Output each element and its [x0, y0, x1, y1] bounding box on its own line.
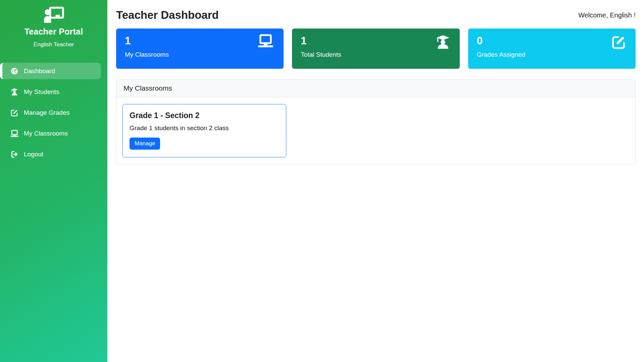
app-subtitle: English Teacher: [0, 41, 107, 48]
stat-card-total-students: 1 Total Students: [292, 29, 459, 69]
sidebar-item-label: Logout: [24, 151, 43, 158]
app-title: Teacher Portal: [0, 27, 107, 37]
user-graduate-icon: [435, 34, 451, 51]
sidebar-item-my-students[interactable]: My Students: [0, 84, 101, 100]
sidebar-item-label: My Students: [24, 88, 59, 96]
user-graduate-icon: [9, 88, 19, 96]
classroom-card: Grade 1 - Section 2 Grade 1 students in …: [122, 104, 286, 157]
page-title: Teacher Dashboard: [116, 9, 219, 21]
sidebar: Teacher Portal English Teacher Dashboard: [0, 0, 107, 362]
laptop-icon: [9, 130, 19, 137]
stat-value: 0: [477, 35, 627, 47]
stat-card-my-classrooms: 1 My Classrooms: [116, 29, 284, 69]
stat-value: 1: [125, 35, 275, 47]
classroom-name: Grade 1 - Section 2: [130, 111, 279, 120]
stat-card-grades-assigned: 0 Grades Assigned: [468, 29, 636, 69]
sidebar-item-logout[interactable]: Logout: [0, 146, 101, 162]
classroom-description: Grade 1 students in section 2 class: [130, 124, 279, 132]
panel-title: My Classrooms: [116, 80, 635, 97]
manage-button[interactable]: Manage: [130, 138, 160, 150]
panel-body: Grade 1 - Section 2 Grade 1 students in …: [116, 97, 635, 164]
sidebar-item-my-classrooms[interactable]: My Classrooms: [0, 125, 101, 142]
brand: Teacher Portal English Teacher: [0, 0, 107, 48]
chalkboard-teacher-icon: [43, 7, 64, 25]
sidebar-item-dashboard[interactable]: Dashboard: [0, 63, 101, 79]
sidebar-item-label: My Classrooms: [24, 130, 68, 137]
main-content: Teacher Dashboard Welcome, English ! 1 M…: [107, 0, 644, 362]
sidebar-item-manage-grades[interactable]: Manage Grades: [0, 104, 101, 121]
sidebar-item-label: Dashboard: [24, 67, 55, 75]
my-classrooms-panel: My Classrooms Grade 1 - Section 2 Grade …: [116, 79, 636, 164]
page-header: Teacher Dashboard Welcome, English !: [116, 9, 636, 21]
stat-value: 1: [301, 35, 451, 47]
stat-label: My Classrooms: [125, 51, 275, 58]
stats-row: 1 My Classrooms 1 Total Students: [116, 29, 636, 69]
stat-label: Total Students: [301, 51, 451, 58]
edit-icon: [9, 109, 19, 117]
sign-out-icon: [9, 150, 19, 158]
stat-label: Grades Assigned: [477, 51, 627, 58]
edit-icon: [611, 34, 627, 51]
sidebar-nav: Dashboard My Students Man: [0, 63, 107, 167]
tachometer-icon: [9, 67, 19, 75]
welcome-message: Welcome, English !: [578, 11, 636, 19]
laptop-icon: [256, 34, 275, 49]
sidebar-item-label: Manage Grades: [24, 109, 69, 116]
